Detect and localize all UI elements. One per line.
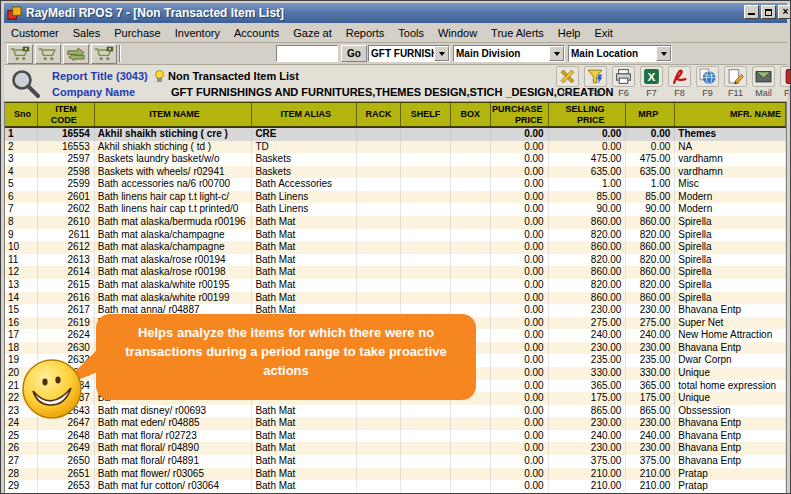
cell [357,417,401,430]
table-row[interactable]: 282651Bath mat flower/ r03065Bath Mat0.0… [5,468,786,481]
col-header-item-alias[interactable]: ITEM ALIAS [252,103,357,126]
col-header-rack[interactable]: RACK [357,103,401,126]
cell: 10 [5,241,38,254]
table-row[interactable]: 242647Bath mat eden/ r04885Bath Mat0.002… [5,417,786,430]
table-row[interactable]: 272650Bath mat floral/ r04891Bath Mat0.0… [5,455,786,468]
table-row[interactable]: 52599Bath accessories na/6 r00700Bath Ac… [5,178,786,191]
print-action-button[interactable]: F6 [611,66,636,98]
menu-tools[interactable]: Tools [391,25,431,41]
cell: Pratap [675,480,786,493]
sales-cart-button[interactable] [35,44,61,64]
minimize-button[interactable] [744,5,759,19]
col-header-box[interactable]: BOX [451,103,491,126]
chevron-down-icon[interactable] [549,46,564,61]
col-header-mfr-name[interactable]: MFR. NAME [675,103,786,126]
excel-action-button[interactable]: X F7 [639,66,664,98]
action-label: Fax [784,88,791,98]
table-row[interactable]: 62601Bath linens hair cap t.t light-c/Ba… [5,191,786,204]
action-label: F4 [562,88,573,98]
menu-bar: Customer Sales Purchase Inventory Accoun… [4,23,787,43]
cell: Super Net [675,317,786,330]
filter-action-button[interactable]: F2 [583,66,608,98]
col-header-sno[interactable]: Sno [5,103,38,126]
menu-window[interactable]: Window [431,25,484,41]
cell: 2651 [38,468,95,481]
table-row[interactable]: 112613Bath mat alaska/rose r00194Bath Ma… [5,254,786,267]
table-row[interactable]: 262649Bath mat floral/ r04890Bath Mat0.0… [5,442,786,455]
table-row[interactable]: 92611Bath mat alaska/champagneBath Mat0.… [5,229,786,242]
table-row[interactable]: 232643Bath mat disney/ r00693Bath Mat0.0… [5,405,786,418]
help-callout: Helps analyze the items for which there … [96,314,476,400]
location-select[interactable]: Main Location [568,45,672,62]
table-row[interactable]: 42598Baskets with wheels/ r02941Baskets0… [5,166,786,179]
table-row[interactable]: 72602Bath linens hair cap t.t printed/0B… [5,203,786,216]
col-header-item-name[interactable]: ITEM NAME [95,103,253,126]
go-button[interactable]: Go [341,45,367,62]
cell [401,430,451,443]
fax-action-button[interactable]: Fax [779,66,791,98]
cell: Spirella [675,229,786,242]
fax-icon [783,68,791,85]
menu-customer[interactable]: Customer [4,25,66,41]
col-header-mrp[interactable]: MRP [626,103,675,126]
table-row[interactable]: 292653Bath mat fur cotton/ r03064Bath Ma… [5,480,786,493]
table-row[interactable]: 132615Bath mat alaska/white r00195Bath M… [5,279,786,292]
chevron-down-icon[interactable] [656,46,671,61]
menu-gaze-at[interactable]: Gaze at [286,25,339,41]
cell: 860.00 [549,292,627,305]
cell: 29 [5,480,38,493]
purchase-cart-icon [94,46,114,62]
cell: 2610 [38,216,95,229]
menu-exit[interactable]: Exit [587,25,619,41]
col-header-selling-price[interactable]: SELLING PRICE [549,103,627,126]
menu-accounts[interactable]: Accounts [227,25,286,41]
table-row[interactable]: 142616Bath mat alaska/white r00199Bath M… [5,292,786,305]
cell: 85.00 [549,191,627,204]
col-header-purchase-price[interactable]: PURCHASE PRICE [491,103,549,126]
cell [357,468,401,481]
web-export-action-button[interactable]: F9 [695,66,720,98]
edit-action-button[interactable]: F11 [723,66,748,98]
table-row[interactable]: 216553Akhil shiakh stiching ( td )TD0.00… [5,141,786,154]
quick-search-input[interactable] [276,45,338,62]
purchase-cart-button[interactable] [91,44,117,64]
menu-help[interactable]: Help [551,25,588,41]
new-sale-cart-button[interactable] [7,44,33,64]
cell: 26 [5,442,38,455]
action-label: F2 [590,88,601,98]
table-row[interactable]: 102612Bath mat alaska/champagneBath Mat0… [5,241,786,254]
restore-button[interactable] [761,5,776,19]
cell [357,178,401,191]
cell [451,480,491,493]
table-row[interactable]: 252648Bath mat flora/ r02723Bath Mat0.00… [5,430,786,443]
item-table: Sno ITEM CODE ITEM NAME ITEM ALIAS RACK … [4,102,787,493]
web-export-icon [699,68,716,85]
close-button[interactable]: × [778,5,791,19]
cell: 230.00 [549,417,627,430]
cell: Bath Mat [252,279,357,292]
division-select[interactable]: Main Division [453,45,565,62]
table-row[interactable]: 116554Akhil shaikh stiching ( cre )CRE0.… [5,128,786,141]
company-select[interactable]: GFT FURNISHINGS [368,45,450,62]
tools-action-button[interactable]: F4 [555,66,580,98]
menu-reports[interactable]: Reports [339,25,392,41]
menu-inventory[interactable]: Inventory [168,25,227,41]
transfer-button[interactable] [63,44,89,64]
col-header-item-code[interactable]: ITEM CODE [38,103,95,126]
mail-action-button[interactable]: Mail [751,66,776,98]
menu-purchase[interactable]: Purchase [107,25,167,41]
table-row[interactable]: 122614Bath mat alaska/rose r00198Bath Ma… [5,266,786,279]
table-row[interactable]: 32597Baskets laundry basket/w/oBaskets0.… [5,153,786,166]
cell: 2602 [38,203,95,216]
cell: 0.00 [491,153,549,166]
cell: 2650 [38,455,95,468]
col-header-shelf[interactable]: SHELF [401,103,451,126]
table-row[interactable]: 82610Bath mat alaska/bermuda r00196Bath … [5,216,786,229]
cell [451,266,491,279]
chevron-down-icon[interactable] [434,46,449,61]
cell: Unique [675,392,786,405]
menu-sales[interactable]: Sales [66,25,108,41]
pdf-action-button[interactable]: F8 [667,66,692,98]
menu-true-alerts[interactable]: True Alerts [484,25,551,41]
cell: 330.00 [626,367,675,380]
